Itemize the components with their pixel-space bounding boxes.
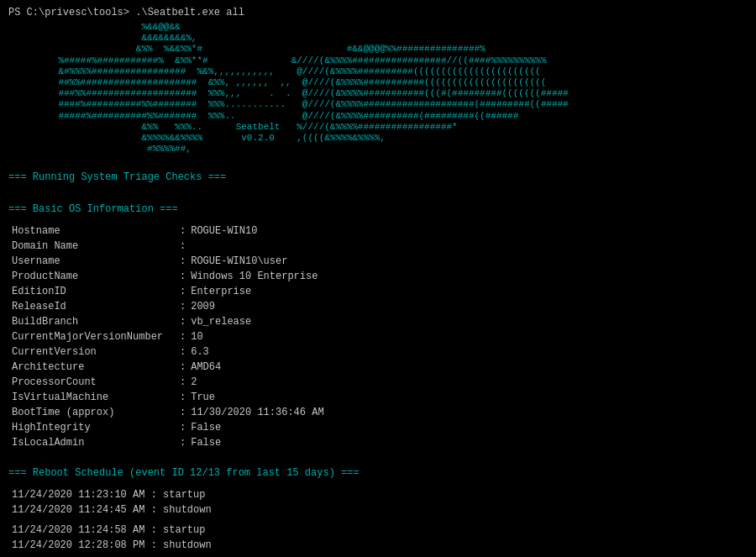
info-highintegrity: HighIntegrity : False (12, 420, 748, 435)
key-username: Username (12, 254, 180, 269)
reboot-type-3: shutdown (163, 539, 212, 551)
val-boottime: 11/30/2020 11:36:46 AM (191, 405, 323, 420)
command-prompt: PS C:\privesc\tools> .\Seatbelt.exe all (8, 7, 748, 18)
key-currentversion: CurrentVersion (12, 344, 180, 360)
val-isvirtualmachine: True (191, 390, 215, 405)
reboot-colon-0: : (151, 489, 163, 501)
colon-currentversion: : (180, 344, 186, 360)
val-username: ROGUE-WIN10\user (191, 254, 287, 269)
colon-domain: : (180, 239, 186, 254)
key-isvirtualmachine: IsVirtualMachine (12, 390, 180, 405)
colon-buildbranch: : (180, 314, 186, 329)
val-currentversion: 6.3 (191, 344, 209, 360)
colon-releaseid: : (180, 299, 186, 314)
reboot-colon-1: : (151, 504, 163, 516)
info-domain: Domain Name : (12, 239, 748, 254)
colon-hostname: : (180, 223, 186, 239)
key-islocaladmin: IsLocalAdmin (12, 435, 180, 450)
key-buildbranch: BuildBranch (12, 314, 180, 329)
info-currentmajor: CurrentMajorVersionNumber : 10 (12, 329, 748, 344)
val-highintegrity: False (191, 420, 221, 435)
colon-highintegrity: : (180, 420, 186, 435)
reboot-entry-3: 11/24/2020 12:28:08 PM : shutdown (12, 538, 748, 553)
info-processorcount: ProcessorCount : 2 (12, 375, 748, 390)
colon-processorcount: : (180, 375, 186, 390)
key-architecture: Architecture (12, 360, 180, 375)
reboot-colon-3: : (151, 539, 163, 551)
section-reboot-header: === Reboot Schedule (event ID 12/13 from… (8, 467, 748, 479)
key-productname: ProductName (12, 269, 180, 284)
reboot-datetime-0: 11/24/2020 11:23:10 AM (12, 489, 144, 501)
reboot-type-2: startup (163, 524, 205, 536)
os-info-table: Hostname : ROGUE-WIN10 Domain Name : Use… (12, 223, 748, 450)
reboot-colon-2: : (151, 524, 163, 536)
info-isvirtualmachine: IsVirtualMachine : True (12, 390, 748, 405)
terminal-window: PS C:\privesc\tools> .\Seatbelt.exe all … (0, 0, 756, 557)
val-buildbranch: vb_release (191, 314, 251, 329)
reboot-entry-0: 11/24/2020 11:23:10 AM : startup (12, 487, 748, 502)
colon-editionid: : (180, 284, 186, 299)
key-boottime: BootTime (approx) (12, 405, 180, 420)
key-highintegrity: HighIntegrity (12, 420, 180, 435)
colon-architecture: : (180, 360, 186, 375)
colon-isvirtualmachine: : (180, 390, 186, 405)
reboot-datetime-3: 11/24/2020 12:28:08 PM (12, 539, 144, 551)
reboot-entry-1: 11/24/2020 11:24:45 AM : shutdown (12, 502, 748, 518)
val-productname: Windows 10 Enterprise (191, 269, 318, 284)
colon-boottime: : (180, 405, 186, 420)
colon-islocaladmin: : (180, 435, 186, 450)
key-editionid: EditionID (12, 284, 180, 299)
val-processorcount: 2 (191, 375, 197, 390)
info-username: Username : ROGUE-WIN10\user (12, 254, 748, 269)
reboot-datetime-2: 11/24/2020 11:24:58 AM (12, 524, 144, 536)
info-islocaladmin: IsLocalAdmin : False (12, 435, 748, 450)
key-domain: Domain Name (12, 239, 180, 254)
info-buildbranch: BuildBranch : vb_release (12, 314, 748, 329)
val-islocaladmin: False (191, 435, 221, 450)
key-processorcount: ProcessorCount (12, 375, 180, 390)
section-os-header: === Basic OS Information === (8, 203, 748, 215)
val-editionid: Enterprise (191, 284, 251, 299)
reboot-datetime-1: 11/24/2020 11:24:45 AM (12, 504, 144, 516)
val-releaseid: 2009 (191, 299, 215, 314)
info-architecture: Architecture : AMD64 (12, 360, 748, 375)
ascii-art-logo: %&&@@&& &&&&&&&&%, &%% %&&%%*# #&&@@@@%%… (8, 22, 748, 155)
key-releaseid: ReleaseId (12, 299, 180, 314)
val-architecture: AMD64 (191, 360, 221, 375)
colon-productname: : (180, 269, 186, 284)
colon-currentmajor: : (180, 329, 186, 344)
info-boottime: BootTime (approx) : 11/30/2020 11:36:46 … (12, 405, 748, 420)
val-hostname: ROGUE-WIN10 (191, 223, 257, 239)
info-hostname: Hostname : ROGUE-WIN10 (12, 223, 748, 239)
info-productname: ProductName : Windows 10 Enterprise (12, 269, 748, 284)
val-currentmajor: 10 (191, 329, 202, 344)
info-releaseid: ReleaseId : 2009 (12, 299, 748, 314)
info-editionid: EditionID : Enterprise (12, 284, 748, 299)
info-currentversion: CurrentVersion : 6.3 (12, 344, 748, 360)
colon-username: : (180, 254, 186, 269)
reboot-type-1: shutdown (163, 504, 212, 516)
section-triage-header: === Running System Triage Checks === (8, 171, 748, 183)
key-hostname: Hostname (12, 223, 180, 239)
key-currentmajor: CurrentMajorVersionNumber (12, 329, 180, 344)
reboot-entry-2: 11/24/2020 11:24:58 AM : startup (12, 523, 748, 538)
reboot-type-0: startup (163, 489, 205, 501)
